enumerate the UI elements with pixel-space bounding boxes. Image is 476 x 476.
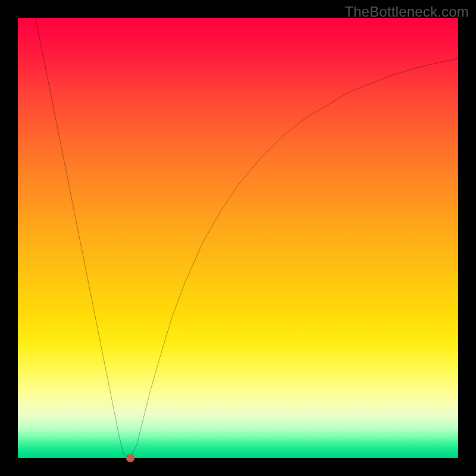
watermark-text: TheBottleneck.com — [345, 4, 469, 20]
bottleneck-curve — [18, 18, 458, 458]
optimal-point-marker — [126, 454, 134, 462]
